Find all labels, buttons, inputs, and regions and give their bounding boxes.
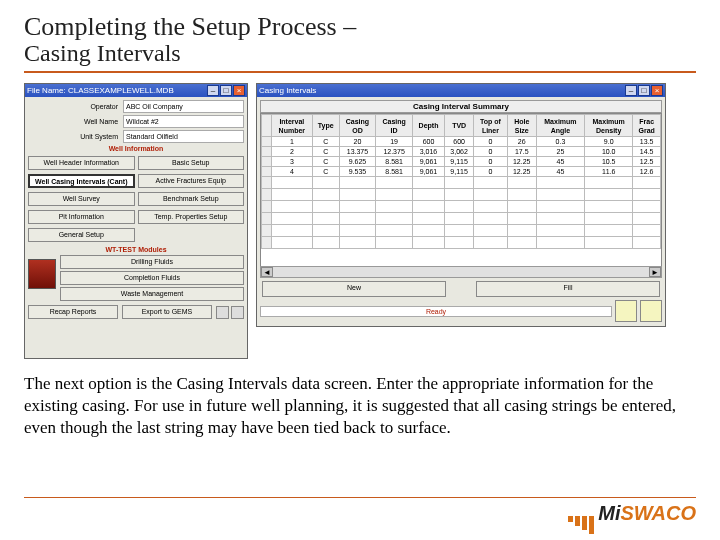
drilling-fluids-button[interactable]: Drilling Fluids — [60, 255, 244, 269]
group-well-info: Well Information — [28, 143, 244, 154]
wellname-value: Wildcat #2 — [123, 115, 244, 128]
table-row[interactable]: 4C9.5358.5819,0619,115012.254511.612.6 — [262, 167, 661, 177]
horizontal-scrollbar[interactable]: ◄ ► — [260, 266, 662, 278]
ci-col-header: HoleSize — [507, 115, 536, 137]
ci-col-header: Depth — [412, 115, 444, 137]
close-icon[interactable]: × — [233, 85, 245, 96]
completion-fluids-button[interactable]: Completion Fluids — [60, 271, 244, 285]
help-icon[interactable] — [615, 300, 637, 322]
ci-col-header: CasingID — [376, 115, 413, 137]
brand-logo: MiSWACO — [568, 502, 696, 534]
close-icon[interactable]: × — [651, 85, 663, 96]
ci-col-header: Type — [312, 115, 339, 137]
benchmark-setup-button[interactable]: Benchmark Setup — [138, 192, 245, 206]
wellname-label: Well Name — [28, 115, 121, 128]
well-casing-intervals-button[interactable]: Well Casing Intervals (Cant) — [28, 174, 135, 188]
ci-grid[interactable]: IntervalNumberTypeCasingODCasingIDDepthT… — [260, 113, 662, 267]
minimize-icon[interactable]: – — [207, 85, 219, 96]
main-window-titlebar[interactable]: File Name: CLASSEXAMPLEWELL.MDB – □ × — [25, 84, 247, 97]
new-button[interactable]: New — [262, 281, 446, 297]
scroll-right-icon[interactable]: ► — [649, 267, 661, 277]
temp-properties-button[interactable]: Temp. Properties Setup — [138, 210, 245, 224]
ci-summary-header: Casing Interval Summary — [260, 100, 662, 113]
maximize-icon[interactable]: □ — [220, 85, 232, 96]
unitsys-value: Standard Oilfield — [123, 130, 244, 143]
slide-body-text: The next option is the Casing Intervals … — [24, 373, 696, 439]
logo-text-b: SWACO — [620, 502, 696, 524]
ci-col-header: MaximumAngle — [536, 115, 584, 137]
table-row[interactable]: 2C13.37512.3753,0163,062017.52510.014.5 — [262, 147, 661, 157]
active-fractures-button[interactable]: Active Fractures Equip — [138, 174, 245, 188]
general-setup-button[interactable]: General Setup — [28, 228, 135, 242]
main-setup-window: File Name: CLASSEXAMPLEWELL.MDB – □ × Op… — [24, 83, 248, 359]
pit-information-button[interactable]: Pit Information — [28, 210, 135, 224]
export-gems-button[interactable]: Export to GEMS — [122, 305, 212, 319]
ci-col-header: Top ofLiner — [474, 115, 507, 137]
basic-setup-button[interactable]: Basic Setup — [138, 156, 245, 170]
logo-text-a: Mi — [598, 502, 620, 524]
slide-title: Completing the Setup Process – — [24, 12, 696, 42]
ci-col-header: MaximumDensity — [585, 115, 633, 137]
scroll-left-icon[interactable]: ◄ — [261, 267, 273, 277]
fill-button[interactable]: Fill — [476, 281, 660, 297]
minimize-icon[interactable]: – — [625, 85, 637, 96]
slide-subtitle: Casing Intervals — [24, 40, 696, 67]
slide-footer: MiSWACO — [0, 497, 720, 534]
ci-col-header: FracGrad — [633, 115, 661, 137]
maximize-icon[interactable]: □ — [638, 85, 650, 96]
recap-reports-button[interactable]: Recap Reports — [28, 305, 118, 319]
operator-label: Operator — [28, 100, 121, 113]
well-survey-button[interactable]: Well Survey — [28, 192, 135, 206]
module-thumbnail — [28, 259, 56, 289]
waste-management-button[interactable]: Waste Management — [60, 287, 244, 301]
main-window-title: File Name: CLASSEXAMPLEWELL.MDB — [27, 86, 174, 95]
ci-titlebar[interactable]: Casing Intervals – □ × — [257, 84, 665, 97]
exit-icon[interactable] — [640, 300, 662, 322]
ci-col-header: IntervalNumber — [272, 115, 313, 137]
unitsys-label: Unit System — [28, 130, 121, 143]
title-divider — [24, 71, 696, 73]
tool-icon-2[interactable] — [231, 306, 244, 319]
group-wt-test: WT-TEST Modules — [28, 244, 244, 255]
well-header-info-button[interactable]: Well Header Information — [28, 156, 135, 170]
tool-icon-1[interactable] — [216, 306, 229, 319]
ci-window-title: Casing Intervals — [259, 86, 316, 95]
operator-value: ABC Oil Company — [123, 100, 244, 113]
status-bar: Ready — [260, 306, 612, 317]
ci-col-header: TVD — [445, 115, 474, 137]
table-row[interactable]: 1C20196006000260.39.013.5 — [262, 137, 661, 147]
ci-col-header: CasingOD — [339, 115, 376, 137]
casing-intervals-window: Casing Intervals – □ × Casing Interval S… — [256, 83, 666, 327]
table-row[interactable]: 3C9.6258.5819,0619,115012.254510.512.5 — [262, 157, 661, 167]
